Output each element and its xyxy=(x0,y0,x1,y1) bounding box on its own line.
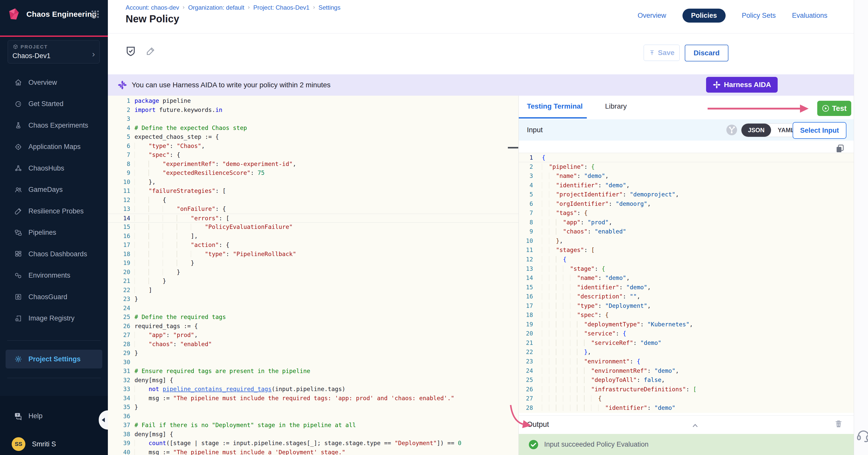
sidebar-item-get-started[interactable]: Get Started xyxy=(0,93,108,115)
code-line[interactable]: 2 "pipeline": { xyxy=(519,162,854,171)
code-line[interactable]: 40 msg := "The pipeline must include a '… xyxy=(108,448,519,455)
test-button[interactable]: Test xyxy=(817,101,851,116)
top-nav-policies[interactable]: Policies xyxy=(682,9,725,23)
code-line[interactable]: 29} xyxy=(108,349,519,358)
tab-testing-terminal[interactable]: Testing Terminal xyxy=(527,102,583,110)
harness-aida-button[interactable]: Harness AIDA xyxy=(706,77,778,93)
code-line[interactable]: 7 "tags": { xyxy=(519,208,854,218)
code-line[interactable]: 7 "spec": { xyxy=(108,151,519,160)
code-line[interactable]: 23 "environment": { xyxy=(519,357,854,366)
sidebar-item-chaosguard[interactable]: ChaosGuard xyxy=(0,286,108,308)
code-line[interactable]: 20 } xyxy=(108,268,519,277)
code-line[interactable]: 27 { xyxy=(519,394,854,403)
code-line[interactable]: 37# Fail if there is no "Deployment" sta… xyxy=(108,421,519,430)
code-line[interactable]: 3 "name": "demo", xyxy=(519,171,854,181)
code-line[interactable]: 36 xyxy=(108,412,519,421)
code-line[interactable]: 25# Define the required tags xyxy=(108,313,519,322)
code-line[interactable]: 9 "chaos": "enabled" xyxy=(519,227,854,236)
code-line[interactable]: 21 "serviceRef": "demo" xyxy=(519,338,854,348)
sidebar-item-resilience-probes[interactable]: Resilience Probes xyxy=(0,200,108,222)
code-line[interactable]: 14 "name": "demo", xyxy=(519,273,854,283)
code-line[interactable]: 12 { xyxy=(108,196,519,205)
code-line[interactable]: 18 "spec": { xyxy=(519,311,854,320)
sidebar-user[interactable]: SS Smriti S xyxy=(0,436,108,452)
format-option-json[interactable]: JSON xyxy=(741,124,771,137)
sidebar-item-pipelines[interactable]: Pipelines xyxy=(0,222,108,243)
code-line[interactable]: 11 "failureStrategies": [ xyxy=(108,187,519,196)
code-line[interactable]: 17 "type": "Deployment", xyxy=(519,301,854,311)
app-grid-icon[interactable] xyxy=(90,9,101,20)
discard-button[interactable]: Discard xyxy=(685,45,728,61)
code-line[interactable]: 34 msg := "The pipeline must include the… xyxy=(108,394,519,403)
code-line[interactable]: 16 "description": "", xyxy=(519,292,854,301)
policy-validate-icon[interactable] xyxy=(125,45,137,58)
format-toggle[interactable]: JSONYAML xyxy=(741,123,801,137)
code-line[interactable]: 18 "type": "PipelineRollback" xyxy=(108,250,519,259)
code-line[interactable]: 25 "deployToAll": false, xyxy=(519,375,854,385)
policy-code-editor[interactable]: 1package pipeline2import future.keywords… xyxy=(108,96,519,455)
sidebar-item-gamedays[interactable]: GameDays xyxy=(0,179,108,201)
sidebar-item-chaos-experiments[interactable]: Chaos Experiments xyxy=(0,115,108,136)
copy-icon[interactable] xyxy=(835,143,845,154)
code-line[interactable]: 28 "identifier": "demo" xyxy=(519,403,854,413)
tab-library[interactable]: Library xyxy=(605,102,627,110)
code-line[interactable]: 8 "experimentRef": "demo-experiment-id", xyxy=(108,160,519,169)
code-line[interactable]: 15 "identifier": "demo", xyxy=(519,283,854,292)
code-line[interactable]: 15 "PolicyEvaluationFailure" xyxy=(108,223,519,232)
code-line[interactable]: 5expected_chaos_step := { xyxy=(108,132,519,141)
code-line[interactable]: 6 "orgIdentifier": "demoorg", xyxy=(519,199,854,208)
splitter-handle-icon[interactable] xyxy=(508,147,518,149)
code-line[interactable]: 32deny[msg] { xyxy=(108,376,519,385)
top-nav-evaluations[interactable]: Evaluations xyxy=(792,12,827,20)
sidebar-item-chaoshubs[interactable]: ChaosHubs xyxy=(0,158,108,179)
input-json-editor[interactable]: 1{2 "pipeline": {3 "name": "demo",4 "ide… xyxy=(519,153,854,413)
code-line[interactable]: 11 "stages": [ xyxy=(519,246,854,255)
code-line[interactable]: 14 "errors": [ xyxy=(108,214,519,223)
code-line[interactable]: 3 xyxy=(108,115,519,124)
breadcrumb-link[interactable]: Project: Chaos-Dev1 xyxy=(253,4,309,11)
code-line[interactable]: 17 "action": { xyxy=(108,240,519,250)
code-line[interactable]: 21 } xyxy=(108,277,519,286)
code-line[interactable]: 1package pipeline xyxy=(108,96,519,105)
breadcrumb-link[interactable]: Organization: default xyxy=(188,4,244,11)
code-line[interactable]: 1{ xyxy=(519,153,854,162)
code-line[interactable]: 33 not pipeline_contains_required_tags(i… xyxy=(108,385,519,394)
code-line[interactable]: 19 "deploymentType": "Kubernetes", xyxy=(519,320,854,329)
code-line[interactable]: 2import future.keywords.in xyxy=(108,105,519,115)
code-line[interactable]: 13 "onFailure": { xyxy=(108,204,519,214)
project-selector[interactable]: PROJECT Chaos-Dev1 › xyxy=(8,40,100,63)
code-line[interactable]: 16 ], xyxy=(108,232,519,241)
code-line[interactable]: 38deny[msg] { xyxy=(108,430,519,439)
code-line[interactable]: 9 "expectedResilienceScore": 75 xyxy=(108,168,519,177)
code-line[interactable]: 28 "chaos": "enabled" xyxy=(108,340,519,349)
code-line[interactable]: 22 ] xyxy=(108,286,519,295)
code-line[interactable]: 26 "infrastructureDefinitions": [ xyxy=(519,385,854,394)
code-line[interactable]: 6 "type": "Chaos", xyxy=(108,141,519,151)
code-line[interactable]: 22 }, xyxy=(519,348,854,357)
save-button[interactable]: Save xyxy=(644,45,680,61)
code-line[interactable]: 30 xyxy=(108,358,519,367)
code-line[interactable]: 4 "identifier": "demo", xyxy=(519,181,854,190)
code-line[interactable]: 26required_tags := { xyxy=(108,322,519,331)
code-line[interactable]: 23} xyxy=(108,295,519,304)
code-line[interactable]: 35} xyxy=(108,403,519,412)
code-line[interactable]: 24 xyxy=(108,304,519,313)
code-line[interactable]: 20 "service": { xyxy=(519,329,854,338)
sidebar-item-chaos-dashboards[interactable]: Chaos Dashboards xyxy=(0,243,108,265)
code-line[interactable]: 8 "app": "prod", xyxy=(519,218,854,227)
code-line[interactable]: 12 { xyxy=(519,255,854,264)
code-line[interactable]: 19 } xyxy=(108,259,519,268)
code-line[interactable]: 10 }, xyxy=(519,236,854,246)
sidebar-item-application-maps[interactable]: Application Maps xyxy=(0,136,108,158)
sidebar-item-image-registry[interactable]: Image Registry xyxy=(0,308,108,329)
top-nav-overview[interactable]: Overview xyxy=(638,12,666,20)
breadcrumb-link[interactable]: Account: chaos-dev xyxy=(126,4,179,11)
code-line[interactable]: 39 count([stage | stage := input.pipelin… xyxy=(108,439,519,448)
trash-icon[interactable] xyxy=(834,419,843,430)
code-line[interactable]: 24 "environmentRef": "demo", xyxy=(519,366,854,376)
code-line[interactable]: 10 }, xyxy=(108,177,519,187)
code-line[interactable]: 27 "app": "prod", xyxy=(108,331,519,340)
top-nav-policy-sets[interactable]: Policy Sets xyxy=(742,12,776,20)
sidebar-item-overview[interactable]: Overview xyxy=(0,72,108,93)
chevron-up-icon[interactable] xyxy=(691,421,700,429)
